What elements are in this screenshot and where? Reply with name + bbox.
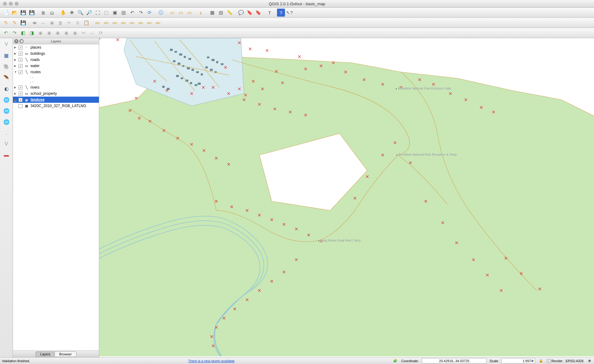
attribute-table-icon[interactable]: ▦ bbox=[208, 9, 216, 17]
deselect-icon[interactable]: ▭ bbox=[185, 9, 193, 17]
zoom-layer-icon[interactable]: ▤ bbox=[120, 9, 128, 17]
current-edits-icon[interactable]: ✎ bbox=[2, 19, 10, 27]
render-checkbox[interactable]: ✓Render bbox=[547, 359, 563, 363]
label-4-icon[interactable]: abc bbox=[120, 19, 128, 27]
whats-this-icon[interactable]: ↖? bbox=[286, 9, 294, 17]
minimize-window-icon[interactable] bbox=[9, 2, 13, 6]
map-canvas[interactable]: Bontebok National Park Entrance GateBont… bbox=[99, 38, 594, 357]
adv-8-icon[interactable]: ✂ bbox=[79, 29, 87, 37]
layer-checkbox[interactable]: ✓ bbox=[18, 58, 22, 62]
layer-tree[interactable]: ▶✓⠂places▶✓▭buildings▶✓╲roads▶✓▭water▼✓╲… bbox=[13, 44, 99, 350]
layer-row-buildings[interactable]: ▶✓▭buildings bbox=[13, 50, 99, 57]
adv-7-icon[interactable]: ◉ bbox=[71, 29, 79, 37]
expand-icon[interactable]: ▶ bbox=[14, 46, 17, 49]
layer-row-places[interactable]: ▶✓⠂places bbox=[13, 44, 99, 50]
add-postgis-icon[interactable]: 🐘 bbox=[2, 62, 11, 71]
scale-lock-icon[interactable]: 🔒 bbox=[538, 358, 544, 364]
zoom-in-icon[interactable]: 🔍 bbox=[76, 9, 84, 17]
map-tips-icon[interactable]: 💬 bbox=[237, 9, 245, 17]
field-calc-icon[interactable]: ▤ bbox=[217, 9, 225, 17]
label-2-icon[interactable]: abc bbox=[102, 19, 110, 27]
new-project-icon[interactable]: 📄 bbox=[2, 9, 10, 17]
adv-5-icon[interactable]: ◉ bbox=[54, 29, 62, 37]
expand-icon[interactable]: ▶ bbox=[14, 92, 17, 95]
add-wcs-icon[interactable]: 🌐 bbox=[2, 106, 11, 115]
move-feature-icon[interactable]: ↔ bbox=[39, 19, 47, 27]
tab-browser[interactable]: Browser bbox=[55, 351, 76, 357]
redo-icon[interactable]: ↷ bbox=[10, 29, 18, 37]
expand-icon[interactable]: ▶ bbox=[14, 98, 17, 101]
panel-close-icon[interactable]: × bbox=[14, 39, 18, 43]
node-tool-icon[interactable]: ◉ bbox=[48, 19, 56, 27]
add-mssql-icon[interactable]: ◐ bbox=[2, 84, 11, 93]
layer-checkbox[interactable]: ✓ bbox=[18, 46, 22, 50]
expand-icon[interactable]: ▶ bbox=[14, 52, 17, 55]
select-icon[interactable]: ▭ bbox=[168, 9, 176, 17]
adv-1-icon[interactable]: ◧ bbox=[19, 29, 27, 37]
coord-field[interactable]: 20.42816,-34.03725 bbox=[422, 358, 486, 363]
measure-icon[interactable]: 📏 bbox=[226, 9, 234, 17]
layer-row-3420C_2010_327_RGB_LATLNG[interactable]: ▦3420C_2010_327_RGB_LATLNG bbox=[13, 103, 99, 109]
label-6-icon[interactable]: abc bbox=[137, 19, 145, 27]
delete-selected-icon[interactable]: 🗑 bbox=[56, 19, 64, 27]
expand-icon[interactable]: ▶ bbox=[14, 58, 17, 61]
add-raster-icon[interactable]: ▦ bbox=[2, 51, 11, 60]
open-project-icon[interactable]: 📂 bbox=[10, 9, 18, 17]
adv-6-icon[interactable]: ◉ bbox=[62, 29, 70, 37]
zoom-selection-icon[interactable]: ▣ bbox=[111, 9, 119, 17]
pan-icon[interactable]: ✋ bbox=[59, 9, 67, 17]
layer-checkbox[interactable] bbox=[18, 104, 22, 108]
plugin-link[interactable]: There is a new plugin available bbox=[188, 359, 234, 363]
zoom-window-icon[interactable] bbox=[15, 2, 18, 6]
zoom-last-icon[interactable]: ↶ bbox=[128, 9, 136, 17]
adv-9-icon[interactable]: ↔ bbox=[88, 29, 96, 37]
toggle-edit-icon[interactable]: ✎ bbox=[10, 19, 18, 27]
copy-icon[interactable]: ⎘ bbox=[74, 19, 82, 27]
label-5-icon[interactable]: abc bbox=[128, 19, 136, 27]
cut-icon[interactable]: ✂ bbox=[65, 19, 73, 27]
layer-checkbox[interactable]: ✓ bbox=[18, 92, 22, 96]
label-8-icon[interactable]: abc bbox=[154, 19, 162, 27]
expand-icon[interactable]: ▼ bbox=[14, 70, 17, 74]
refresh-icon[interactable]: ⟳ bbox=[145, 9, 153, 17]
text-annotation-icon[interactable]: T bbox=[266, 9, 274, 17]
layer-checkbox[interactable]: ✓ bbox=[18, 70, 22, 74]
undo-icon[interactable]: ↶ bbox=[2, 29, 10, 37]
save-edits-icon[interactable]: 💾 bbox=[19, 19, 27, 27]
save-as-icon[interactable]: 💾 bbox=[28, 9, 36, 17]
adv-4-icon[interactable]: ◉ bbox=[45, 29, 53, 37]
panel-undock-icon[interactable]: ▣ bbox=[19, 39, 24, 43]
add-wms-icon[interactable]: 🌐 bbox=[2, 95, 11, 104]
add-spatialite-icon[interactable]: 🪶 bbox=[2, 73, 11, 82]
bookmarks-icon[interactable]: 🔖 bbox=[254, 9, 262, 17]
layer-checkbox[interactable]: ✓ bbox=[18, 86, 22, 90]
label-3-icon[interactable]: abc bbox=[111, 19, 119, 27]
label-7-icon[interactable]: abc bbox=[145, 19, 153, 27]
select-expression-icon[interactable]: ▭ bbox=[177, 9, 185, 17]
pan-to-selection-icon[interactable]: ✥ bbox=[68, 9, 76, 17]
layer-checkbox[interactable]: ✓ bbox=[18, 98, 22, 102]
zoom-full-icon[interactable]: ⬚ bbox=[102, 9, 110, 17]
layer-row-water[interactable]: ▶✓▭water bbox=[13, 63, 99, 69]
adv-10-icon[interactable]: ⟳ bbox=[97, 29, 105, 37]
tab-layers[interactable]: Layers bbox=[35, 351, 55, 357]
zoom-native-icon[interactable]: ⛶ bbox=[94, 9, 102, 17]
crs-icon[interactable]: ⊕ bbox=[587, 358, 592, 364]
close-window-icon[interactable] bbox=[3, 2, 7, 6]
new-shapefile-icon[interactable]: V bbox=[2, 140, 11, 148]
zoom-next-icon[interactable]: ↷ bbox=[137, 9, 145, 17]
zoom-out-icon[interactable]: 🔎 bbox=[85, 9, 93, 17]
help-icon[interactable]: ? bbox=[277, 9, 285, 17]
layer-checkbox[interactable]: ✓ bbox=[18, 52, 22, 56]
expand-icon[interactable]: ▶ bbox=[14, 64, 17, 67]
remove-layer-icon[interactable]: ▬ bbox=[2, 151, 11, 159]
add-vector-icon[interactable]: V bbox=[2, 40, 11, 49]
new-composer-icon[interactable]: 🗎 bbox=[39, 9, 47, 17]
bookmark-new-icon[interactable]: 🔖 bbox=[246, 9, 254, 17]
scale-field[interactable]: 1:9974 bbox=[501, 358, 535, 363]
layer-checkbox[interactable]: ✓ bbox=[18, 64, 22, 68]
layer-row-roads[interactable]: ▶✓╲roads bbox=[13, 57, 99, 63]
expression-icon[interactable]: ε bbox=[197, 9, 205, 17]
adv-3-icon[interactable]: ◉ bbox=[36, 29, 44, 37]
layer-row-routes[interactable]: ▼✓╲routes bbox=[13, 69, 99, 75]
